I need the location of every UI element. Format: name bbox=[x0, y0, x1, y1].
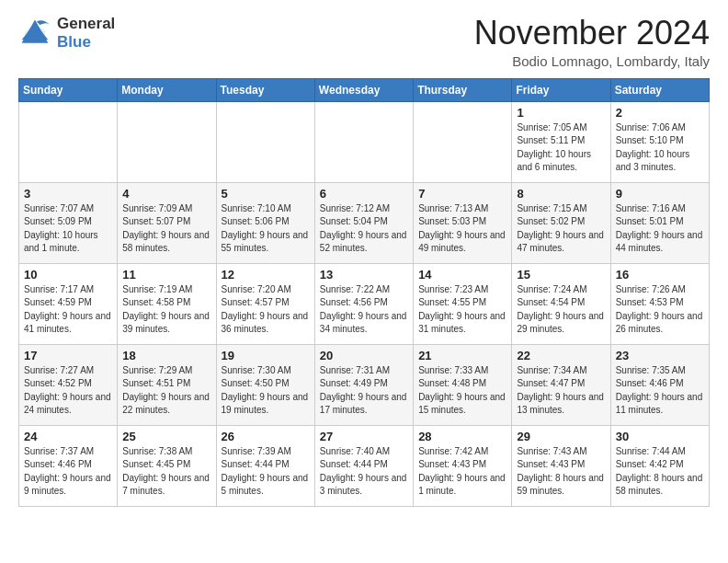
day-info: Sunrise: 7:17 AM Sunset: 4:59 PM Dayligh… bbox=[24, 283, 112, 337]
weekday-header-saturday: Saturday bbox=[610, 78, 709, 101]
day-info: Sunrise: 7:05 AM Sunset: 5:11 PM Dayligh… bbox=[517, 121, 605, 175]
day-number: 12 bbox=[222, 268, 310, 282]
day-info: Sunrise: 7:43 AM Sunset: 4:43 PM Dayligh… bbox=[517, 445, 605, 499]
day-info: Sunrise: 7:35 AM Sunset: 4:46 PM Dayligh… bbox=[616, 364, 704, 418]
day-info: Sunrise: 7:07 AM Sunset: 5:09 PM Dayligh… bbox=[24, 202, 112, 256]
day-cell: 23Sunrise: 7:35 AM Sunset: 4:46 PM Dayli… bbox=[610, 344, 709, 425]
day-info: Sunrise: 7:12 AM Sunset: 5:04 PM Dayligh… bbox=[320, 202, 408, 256]
day-number: 22 bbox=[517, 349, 605, 362]
day-cell: 1Sunrise: 7:05 AM Sunset: 5:11 PM Daylig… bbox=[512, 101, 610, 182]
day-cell bbox=[314, 101, 413, 182]
logo-general: General bbox=[57, 15, 115, 33]
day-info: Sunrise: 7:22 AM Sunset: 4:56 PM Dayligh… bbox=[320, 283, 408, 337]
day-cell: 6Sunrise: 7:12 AM Sunset: 5:04 PM Daylig… bbox=[314, 182, 413, 263]
day-cell: 26Sunrise: 7:39 AM Sunset: 4:44 PM Dayli… bbox=[216, 425, 314, 506]
day-cell: 25Sunrise: 7:38 AM Sunset: 4:45 PM Dayli… bbox=[118, 425, 216, 506]
day-info: Sunrise: 7:26 AM Sunset: 4:53 PM Dayligh… bbox=[616, 283, 704, 337]
day-cell bbox=[414, 101, 512, 182]
day-number: 3 bbox=[24, 187, 112, 201]
logo: General Blue bbox=[18, 15, 115, 51]
week-row-0: 1Sunrise: 7:05 AM Sunset: 5:11 PM Daylig… bbox=[19, 101, 710, 182]
day-number: 23 bbox=[616, 349, 704, 362]
day-info: Sunrise: 7:40 AM Sunset: 4:44 PM Dayligh… bbox=[320, 445, 408, 499]
day-cell bbox=[216, 101, 314, 182]
day-cell: 3Sunrise: 7:07 AM Sunset: 5:09 PM Daylig… bbox=[19, 182, 118, 263]
day-info: Sunrise: 7:38 AM Sunset: 4:45 PM Dayligh… bbox=[122, 445, 210, 499]
day-cell: 21Sunrise: 7:33 AM Sunset: 4:48 PM Dayli… bbox=[414, 344, 512, 425]
day-number: 7 bbox=[418, 187, 506, 201]
weekday-header-thursday: Thursday bbox=[414, 78, 512, 101]
day-number: 27 bbox=[320, 430, 408, 443]
week-row-3: 17Sunrise: 7:27 AM Sunset: 4:52 PM Dayli… bbox=[19, 344, 710, 425]
day-number: 24 bbox=[24, 430, 112, 443]
day-info: Sunrise: 7:39 AM Sunset: 4:44 PM Dayligh… bbox=[222, 445, 310, 499]
month-title: November 2024 bbox=[474, 15, 710, 52]
day-cell: 11Sunrise: 7:19 AM Sunset: 4:58 PM Dayli… bbox=[118, 263, 216, 344]
day-number: 17 bbox=[24, 349, 112, 362]
day-cell: 8Sunrise: 7:15 AM Sunset: 5:02 PM Daylig… bbox=[512, 182, 610, 263]
day-cell: 13Sunrise: 7:22 AM Sunset: 4:56 PM Dayli… bbox=[314, 263, 413, 344]
day-cell: 7Sunrise: 7:13 AM Sunset: 5:03 PM Daylig… bbox=[414, 182, 512, 263]
day-number: 5 bbox=[222, 187, 310, 201]
day-info: Sunrise: 7:19 AM Sunset: 4:58 PM Dayligh… bbox=[122, 283, 210, 337]
page: General Blue November 2024 Bodio Lomnago… bbox=[0, 0, 728, 522]
day-cell: 28Sunrise: 7:42 AM Sunset: 4:43 PM Dayli… bbox=[414, 425, 512, 506]
day-cell: 2Sunrise: 7:06 AM Sunset: 5:10 PM Daylig… bbox=[610, 101, 709, 182]
day-number: 25 bbox=[122, 430, 210, 443]
day-info: Sunrise: 7:30 AM Sunset: 4:50 PM Dayligh… bbox=[222, 364, 310, 418]
day-number: 2 bbox=[616, 106, 704, 120]
day-number: 19 bbox=[222, 349, 310, 362]
day-info: Sunrise: 7:42 AM Sunset: 4:43 PM Dayligh… bbox=[418, 445, 506, 499]
weekday-header-wednesday: Wednesday bbox=[314, 78, 413, 101]
day-number: 20 bbox=[320, 349, 408, 362]
day-number: 8 bbox=[517, 187, 605, 201]
day-number: 11 bbox=[122, 268, 210, 282]
day-cell: 9Sunrise: 7:16 AM Sunset: 5:01 PM Daylig… bbox=[610, 182, 709, 263]
weekday-header-row: SundayMondayTuesdayWednesdayThursdayFrid… bbox=[19, 78, 710, 101]
day-cell: 22Sunrise: 7:34 AM Sunset: 4:47 PM Dayli… bbox=[512, 344, 610, 425]
day-cell: 30Sunrise: 7:44 AM Sunset: 4:42 PM Dayli… bbox=[610, 425, 709, 506]
day-number: 4 bbox=[122, 187, 210, 201]
weekday-header-monday: Monday bbox=[118, 78, 216, 101]
day-number: 21 bbox=[418, 349, 506, 362]
location-subtitle: Bodio Lomnago, Lombardy, Italy bbox=[474, 53, 710, 69]
day-cell: 19Sunrise: 7:30 AM Sunset: 4:50 PM Dayli… bbox=[216, 344, 314, 425]
day-info: Sunrise: 7:31 AM Sunset: 4:49 PM Dayligh… bbox=[320, 364, 408, 418]
day-info: Sunrise: 7:27 AM Sunset: 4:52 PM Dayligh… bbox=[24, 364, 112, 418]
logo-text: General Blue bbox=[57, 15, 115, 51]
day-info: Sunrise: 7:10 AM Sunset: 5:06 PM Dayligh… bbox=[222, 202, 310, 256]
header: General Blue November 2024 Bodio Lomnago… bbox=[18, 15, 710, 69]
day-cell bbox=[118, 101, 216, 182]
day-number: 1 bbox=[517, 106, 605, 120]
day-info: Sunrise: 7:09 AM Sunset: 5:07 PM Dayligh… bbox=[122, 202, 210, 256]
week-row-4: 24Sunrise: 7:37 AM Sunset: 4:46 PM Dayli… bbox=[19, 425, 710, 506]
day-cell: 12Sunrise: 7:20 AM Sunset: 4:57 PM Dayli… bbox=[216, 263, 314, 344]
day-cell: 14Sunrise: 7:23 AM Sunset: 4:55 PM Dayli… bbox=[414, 263, 512, 344]
day-number: 26 bbox=[222, 430, 310, 443]
day-cell: 29Sunrise: 7:43 AM Sunset: 4:43 PM Dayli… bbox=[512, 425, 610, 506]
day-cell: 27Sunrise: 7:40 AM Sunset: 4:44 PM Dayli… bbox=[314, 425, 413, 506]
day-info: Sunrise: 7:34 AM Sunset: 4:47 PM Dayligh… bbox=[517, 364, 605, 418]
day-info: Sunrise: 7:44 AM Sunset: 4:42 PM Dayligh… bbox=[616, 445, 704, 499]
logo-icon bbox=[18, 17, 51, 50]
day-number: 14 bbox=[418, 268, 506, 282]
day-cell: 16Sunrise: 7:26 AM Sunset: 4:53 PM Dayli… bbox=[610, 263, 709, 344]
day-number: 15 bbox=[517, 268, 605, 282]
day-info: Sunrise: 7:37 AM Sunset: 4:46 PM Dayligh… bbox=[24, 445, 112, 499]
weekday-header-tuesday: Tuesday bbox=[216, 78, 314, 101]
day-info: Sunrise: 7:20 AM Sunset: 4:57 PM Dayligh… bbox=[222, 283, 310, 337]
day-number: 10 bbox=[24, 268, 112, 282]
day-number: 28 bbox=[418, 430, 506, 443]
day-number: 6 bbox=[320, 187, 408, 201]
day-info: Sunrise: 7:15 AM Sunset: 5:02 PM Dayligh… bbox=[517, 202, 605, 256]
week-row-1: 3Sunrise: 7:07 AM Sunset: 5:09 PM Daylig… bbox=[19, 182, 710, 263]
title-block: November 2024 Bodio Lomnago, Lombardy, I… bbox=[474, 15, 710, 69]
day-number: 13 bbox=[320, 268, 408, 282]
day-cell: 18Sunrise: 7:29 AM Sunset: 4:51 PM Dayli… bbox=[118, 344, 216, 425]
day-info: Sunrise: 7:13 AM Sunset: 5:03 PM Dayligh… bbox=[418, 202, 506, 256]
day-cell: 17Sunrise: 7:27 AM Sunset: 4:52 PM Dayli… bbox=[19, 344, 118, 425]
day-number: 9 bbox=[616, 187, 704, 201]
day-cell: 4Sunrise: 7:09 AM Sunset: 5:07 PM Daylig… bbox=[118, 182, 216, 263]
day-number: 18 bbox=[122, 349, 210, 362]
day-number: 29 bbox=[517, 430, 605, 443]
